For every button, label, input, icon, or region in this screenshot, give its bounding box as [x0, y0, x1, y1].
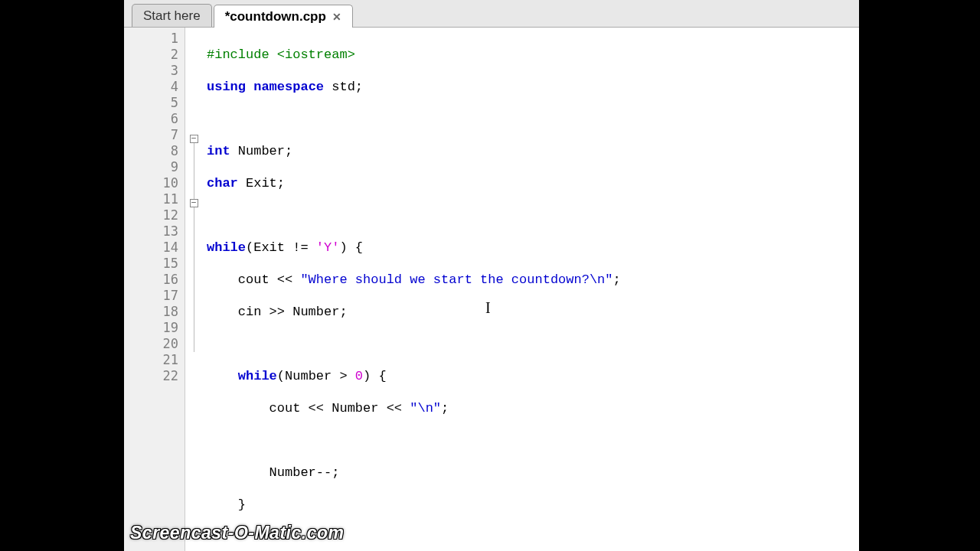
code-token: "\n"	[410, 401, 441, 416]
code-token: cout <<	[207, 272, 300, 287]
code-token: #include <iostream>	[207, 47, 355, 62]
line-number: 22	[124, 368, 185, 384]
line-number: 15	[124, 256, 185, 272]
line-number: 12	[124, 207, 185, 223]
tab-bar: Start here *countdown.cpp ✕	[124, 0, 859, 28]
code-token: ) {	[339, 240, 363, 255]
code-token: ;	[613, 272, 621, 287]
code-token: char	[207, 176, 238, 191]
line-number: 21	[124, 352, 185, 368]
code-token: (Number >	[277, 369, 355, 383]
tab-start-here[interactable]: Start here	[132, 4, 212, 27]
code-token: cout << Number <<	[207, 401, 410, 416]
code-token: Number;	[230, 144, 293, 158]
line-number: 7	[124, 127, 185, 143]
line-number: 10	[124, 175, 185, 191]
code-token: }	[207, 497, 246, 512]
code-token: while	[207, 240, 246, 255]
line-number: 14	[124, 240, 185, 256]
code-token: (Exit !=	[246, 240, 316, 255]
line-number: 20	[124, 336, 185, 352]
line-number: 11	[124, 191, 185, 207]
line-number-gutter: 1 2 3 4 5 6 7 8 9 10 11 12 13 14 15 16 1…	[124, 28, 185, 551]
code-area[interactable]: 1 2 3 4 5 6 7 8 9 10 11 12 13 14 15 16 1…	[124, 28, 859, 551]
code-token	[207, 369, 238, 383]
line-number: 19	[124, 320, 185, 336]
fold-toggle-icon[interactable]: −	[190, 199, 198, 207]
line-number: 6	[124, 111, 185, 127]
code-token: int	[207, 144, 230, 158]
line-number: 16	[124, 272, 185, 288]
code-token: 'Y'	[316, 240, 340, 255]
line-number: 5	[124, 95, 185, 111]
line-number: 18	[124, 304, 185, 320]
code-token: while	[238, 369, 277, 383]
line-number: 1	[124, 31, 185, 47]
fold-toggle-icon[interactable]: −	[190, 135, 198, 143]
line-number: 8	[124, 143, 185, 159]
line-number: 13	[124, 223, 185, 240]
code-token: using	[207, 80, 246, 94]
code-token: std;	[324, 80, 363, 94]
editor-window: Start here *countdown.cpp ✕ 1 2 3 4 5 6 …	[124, 0, 859, 551]
watermark: Screencast-O-Matic.com	[130, 523, 344, 543]
code-token: "Where should we start the countdown?\n"	[300, 272, 612, 287]
code-token: Exit;	[238, 176, 285, 191]
line-number: 9	[124, 159, 185, 175]
line-number: 2	[124, 47, 185, 63]
code-token: cin >> Number;	[207, 305, 348, 319]
code-token: ) {	[363, 369, 387, 383]
line-number: 3	[124, 63, 185, 79]
code-token: ;	[441, 401, 449, 416]
fold-column: − −	[185, 28, 202, 551]
close-icon[interactable]: ✕	[332, 11, 341, 23]
tab-label: *countdown.cpp	[225, 9, 326, 24]
code-token: 0	[355, 369, 363, 383]
code-token: Number--;	[207, 465, 339, 480]
code-text[interactable]: #include <iostream> using namespace std;…	[202, 28, 859, 551]
line-number: 17	[124, 288, 185, 304]
line-number: 4	[124, 79, 185, 95]
tab-label: Start here	[143, 8, 201, 24]
tab-active-file[interactable]: *countdown.cpp ✕	[214, 5, 353, 28]
code-token: namespace	[246, 80, 324, 94]
